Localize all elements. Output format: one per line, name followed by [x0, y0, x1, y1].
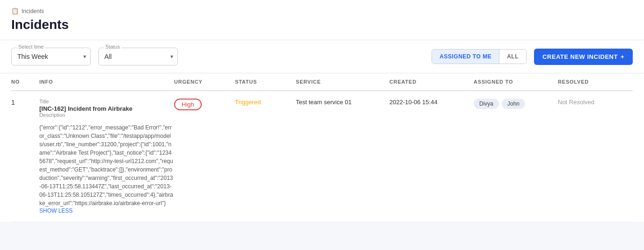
select-time-input[interactable]: This Week Today Last 7 Days Last 30 Days: [11, 48, 91, 65]
breadcrumb-label: Incidents: [22, 8, 44, 14]
assigned-toggle: ASSIGNED TO ME ALL: [432, 49, 527, 64]
incident-description: {"error":{"id":"1212","error_message":"B…: [39, 123, 174, 207]
cell-urgency: High: [174, 99, 235, 110]
cell-no: 1: [11, 99, 39, 106]
col-header-info: INFO: [39, 79, 174, 85]
description-label: Description: [39, 112, 65, 118]
status-input[interactable]: All Triggered Acknowledged Resolved: [98, 48, 178, 65]
incident-title-link[interactable]: [INC-162] Incident from Airbrake: [39, 105, 132, 112]
resolved-text: Not Resolved: [558, 99, 594, 106]
status-wrapper: Status All Triggered Acknowledged Resolv…: [98, 48, 178, 65]
all-button[interactable]: ALL: [499, 50, 526, 64]
table-header: NO INFO URGENCY STATUS SERVICE CREATED A…: [11, 73, 633, 91]
create-btn-plus-icon: +: [621, 53, 624, 60]
col-header-created: CREATED: [389, 79, 474, 85]
status-label: Status: [104, 44, 121, 50]
assignees: Divya John: [474, 99, 525, 109]
status-text: Triggered: [235, 99, 261, 106]
select-time-wrapper: Select time This Week Today Last 7 Days …: [11, 48, 91, 65]
toolbar: Select time This Week Today Last 7 Days …: [0, 40, 644, 73]
urgency-badge: High: [174, 99, 202, 110]
breadcrumb-icon: 📋: [11, 7, 19, 14]
select-time-label: Select time: [17, 44, 45, 50]
cell-service: Test team service 01: [296, 99, 389, 106]
show-less-button[interactable]: SHOW LESS: [39, 207, 73, 214]
cell-status: Triggered: [235, 99, 296, 106]
assignee-john: John: [502, 99, 525, 109]
table-row: 1 Title [INC-162] Incident from Airbrake…: [11, 91, 633, 222]
col-header-urgency: URGENCY: [174, 79, 235, 85]
title-label: Title: [39, 99, 49, 104]
breadcrumb: 📋 Incidents: [11, 7, 633, 14]
service-name: Test team service 01: [296, 99, 351, 106]
col-header-assigned-to: ASSIGNED TO: [474, 79, 558, 85]
cell-resolved: Not Resolved: [558, 99, 633, 106]
table-section: NO INFO URGENCY STATUS SERVICE CREATED A…: [0, 73, 644, 222]
page-title: Incidents: [11, 17, 633, 40]
page-wrapper: 📋 Incidents Incidents Select time This W…: [0, 0, 644, 250]
cell-assigned-to: Divya John: [474, 99, 558, 109]
row-number: 1: [11, 99, 15, 106]
assignee-divya: Divya: [474, 99, 499, 109]
header-section: 📋 Incidents Incidents: [0, 0, 644, 40]
create-new-incident-button[interactable]: CREATE NEW INCIDENT +: [534, 49, 633, 65]
created-date: 2022-10-06 15:44: [389, 99, 438, 106]
cell-created: 2022-10-06 15:44: [389, 99, 474, 106]
assigned-to-me-button[interactable]: ASSIGNED TO ME: [432, 50, 499, 64]
cell-info: Title [INC-162] Incident from Airbrake D…: [39, 99, 174, 214]
create-btn-label: CREATE NEW INCIDENT: [542, 53, 618, 60]
col-header-no: NO: [11, 79, 39, 85]
col-header-status: STATUS: [235, 79, 296, 85]
col-header-service: SERVICE: [296, 79, 389, 85]
col-header-resolved: RESOLVED: [558, 79, 633, 85]
